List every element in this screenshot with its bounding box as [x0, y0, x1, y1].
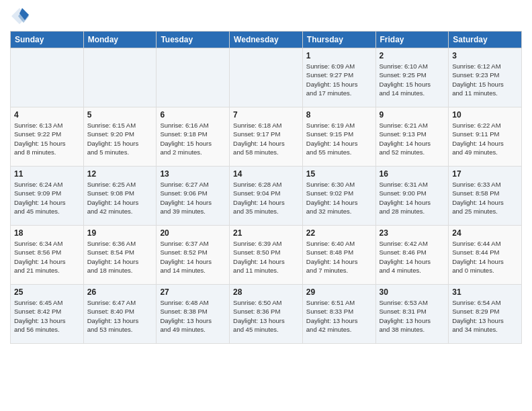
day-info: Sunrise: 6:31 AMSunset: 9:00 PMDaylight:… [380, 180, 445, 216]
day-info: Sunrise: 6:39 AMSunset: 8:50 PMDaylight:… [233, 239, 299, 275]
day-info: Sunrise: 6:48 AMSunset: 8:38 PMDaylight:… [160, 298, 226, 334]
day-number: 3 [452, 51, 518, 60]
calendar-cell [230, 48, 303, 107]
calendar-cell: 12Sunrise: 6:25 AMSunset: 9:08 PMDayligh… [83, 167, 157, 226]
day-number: 13 [160, 169, 226, 179]
calendar-cell: 30Sunrise: 6:53 AMSunset: 8:31 PMDayligh… [375, 285, 449, 344]
calendar-cell: 31Sunrise: 6:54 AMSunset: 8:29 PMDayligh… [449, 285, 522, 344]
calendar-cell: 19Sunrise: 6:36 AMSunset: 8:54 PMDayligh… [83, 226, 157, 285]
day-number: 21 [233, 228, 299, 238]
header [10, 7, 522, 26]
calendar-cell: 17Sunrise: 6:33 AMSunset: 8:58 PMDayligh… [449, 167, 522, 226]
day-info: Sunrise: 6:09 AMSunset: 9:27 PMDaylight:… [306, 62, 372, 97]
day-number: 14 [233, 169, 299, 179]
day-number: 5 [87, 110, 153, 120]
calendar-cell: 18Sunrise: 6:34 AMSunset: 8:56 PMDayligh… [11, 226, 84, 285]
day-info: Sunrise: 6:45 AMSunset: 8:42 PMDaylight:… [14, 298, 80, 334]
calendar-cell: 13Sunrise: 6:27 AMSunset: 9:06 PMDayligh… [157, 167, 230, 226]
weekday-header-thursday: Thursday [302, 32, 375, 48]
week-row-5: 25Sunrise: 6:45 AMSunset: 8:42 PMDayligh… [11, 285, 522, 344]
day-number: 10 [452, 110, 518, 120]
day-info: Sunrise: 6:19 AMSunset: 9:15 PMDaylight:… [306, 121, 372, 156]
day-info: Sunrise: 6:50 AMSunset: 8:36 PMDaylight:… [233, 298, 299, 334]
day-number: 4 [14, 110, 80, 120]
day-info: Sunrise: 6:33 AMSunset: 8:58 PMDaylight:… [452, 180, 518, 216]
weekday-header-row: SundayMondayTuesdayWednesdayThursdayFrid… [11, 32, 522, 48]
calendar-cell: 3Sunrise: 6:12 AMSunset: 9:23 PMDaylight… [449, 48, 522, 107]
weekday-header-saturday: Saturday [449, 32, 522, 48]
day-info: Sunrise: 6:34 AMSunset: 8:56 PMDaylight:… [14, 239, 80, 275]
day-number: 22 [306, 228, 372, 238]
calendar-cell: 5Sunrise: 6:15 AMSunset: 9:20 PMDaylight… [83, 107, 157, 167]
day-info: Sunrise: 6:40 AMSunset: 8:48 PMDaylight:… [306, 239, 372, 275]
day-info: Sunrise: 6:27 AMSunset: 9:06 PMDaylight:… [160, 180, 226, 216]
calendar-cell [83, 48, 157, 107]
weekday-header-friday: Friday [375, 32, 449, 48]
day-info: Sunrise: 6:36 AMSunset: 8:54 PMDaylight:… [87, 239, 153, 275]
day-info: Sunrise: 6:28 AMSunset: 9:04 PMDaylight:… [233, 180, 299, 216]
calendar-cell: 27Sunrise: 6:48 AMSunset: 8:38 PMDayligh… [157, 285, 230, 344]
weekday-header-tuesday: Tuesday [157, 32, 230, 48]
day-info: Sunrise: 6:47 AMSunset: 8:40 PMDaylight:… [87, 298, 153, 334]
day-number: 27 [160, 287, 226, 297]
day-number: 11 [14, 169, 80, 179]
calendar-cell: 16Sunrise: 6:31 AMSunset: 9:00 PMDayligh… [375, 167, 449, 226]
day-number: 29 [306, 287, 372, 297]
calendar-cell: 7Sunrise: 6:18 AMSunset: 9:17 PMDaylight… [230, 107, 303, 167]
day-number: 31 [452, 287, 518, 297]
calendar-cell: 24Sunrise: 6:44 AMSunset: 8:44 PMDayligh… [449, 226, 522, 285]
day-info: Sunrise: 6:10 AMSunset: 9:25 PMDaylight:… [380, 62, 445, 97]
logo-icon [10, 7, 29, 26]
day-info: Sunrise: 6:16 AMSunset: 9:18 PMDaylight:… [160, 121, 226, 156]
day-number: 7 [233, 110, 299, 120]
day-number: 25 [14, 287, 80, 297]
day-number: 1 [306, 51, 372, 60]
day-info: Sunrise: 6:12 AMSunset: 9:23 PMDaylight:… [452, 62, 518, 97]
calendar-cell: 28Sunrise: 6:50 AMSunset: 8:36 PMDayligh… [230, 285, 303, 344]
week-row-3: 11Sunrise: 6:24 AMSunset: 9:09 PMDayligh… [11, 167, 522, 226]
calendar-cell: 8Sunrise: 6:19 AMSunset: 9:15 PMDaylight… [302, 107, 375, 167]
calendar-cell: 11Sunrise: 6:24 AMSunset: 9:09 PMDayligh… [11, 167, 84, 226]
calendar-cell: 1Sunrise: 6:09 AMSunset: 9:27 PMDaylight… [302, 48, 375, 107]
day-number: 17 [452, 169, 518, 179]
calendar-cell: 9Sunrise: 6:21 AMSunset: 9:13 PMDaylight… [375, 107, 449, 167]
week-row-4: 18Sunrise: 6:34 AMSunset: 8:56 PMDayligh… [11, 226, 522, 285]
calendar-cell: 6Sunrise: 6:16 AMSunset: 9:18 PMDaylight… [157, 107, 230, 167]
day-info: Sunrise: 6:25 AMSunset: 9:08 PMDaylight:… [87, 180, 153, 216]
calendar-cell: 10Sunrise: 6:22 AMSunset: 9:11 PMDayligh… [449, 107, 522, 167]
calendar-cell: 29Sunrise: 6:51 AMSunset: 8:33 PMDayligh… [302, 285, 375, 344]
day-info: Sunrise: 6:13 AMSunset: 9:22 PMDaylight:… [14, 121, 80, 156]
day-number: 30 [380, 287, 445, 297]
calendar-cell: 4Sunrise: 6:13 AMSunset: 9:22 PMDaylight… [11, 107, 84, 167]
day-number: 2 [380, 51, 445, 60]
day-info: Sunrise: 6:24 AMSunset: 9:09 PMDaylight:… [14, 180, 80, 216]
day-number: 6 [160, 110, 226, 120]
day-number: 26 [87, 287, 153, 297]
calendar-cell [157, 48, 230, 107]
day-number: 19 [87, 228, 153, 238]
day-info: Sunrise: 6:37 AMSunset: 8:52 PMDaylight:… [160, 239, 226, 275]
day-info: Sunrise: 6:44 AMSunset: 8:44 PMDaylight:… [452, 239, 518, 275]
calendar-cell: 25Sunrise: 6:45 AMSunset: 8:42 PMDayligh… [11, 285, 84, 344]
day-number: 16 [380, 169, 445, 179]
day-info: Sunrise: 6:22 AMSunset: 9:11 PMDaylight:… [452, 121, 518, 156]
calendar-cell: 23Sunrise: 6:42 AMSunset: 8:46 PMDayligh… [375, 226, 449, 285]
calendar-cell: 22Sunrise: 6:40 AMSunset: 8:48 PMDayligh… [302, 226, 375, 285]
calendar-cell [11, 48, 84, 107]
calendar-cell: 2Sunrise: 6:10 AMSunset: 9:25 PMDaylight… [375, 48, 449, 107]
day-number: 18 [14, 228, 80, 238]
day-info: Sunrise: 6:51 AMSunset: 8:33 PMDaylight:… [306, 298, 372, 334]
calendar-cell: 26Sunrise: 6:47 AMSunset: 8:40 PMDayligh… [83, 285, 157, 344]
logo [10, 7, 32, 26]
day-number: 24 [452, 228, 518, 238]
day-number: 12 [87, 169, 153, 179]
day-number: 20 [160, 228, 226, 238]
day-number: 15 [306, 169, 372, 179]
day-number: 23 [380, 228, 445, 238]
day-info: Sunrise: 6:53 AMSunset: 8:31 PMDaylight:… [380, 298, 445, 334]
day-info: Sunrise: 6:42 AMSunset: 8:46 PMDaylight:… [380, 239, 445, 275]
day-info: Sunrise: 6:54 AMSunset: 8:29 PMDaylight:… [452, 298, 518, 334]
week-row-1: 1Sunrise: 6:09 AMSunset: 9:27 PMDaylight… [11, 48, 522, 107]
day-info: Sunrise: 6:30 AMSunset: 9:02 PMDaylight:… [306, 180, 372, 216]
calendar-cell: 20Sunrise: 6:37 AMSunset: 8:52 PMDayligh… [157, 226, 230, 285]
